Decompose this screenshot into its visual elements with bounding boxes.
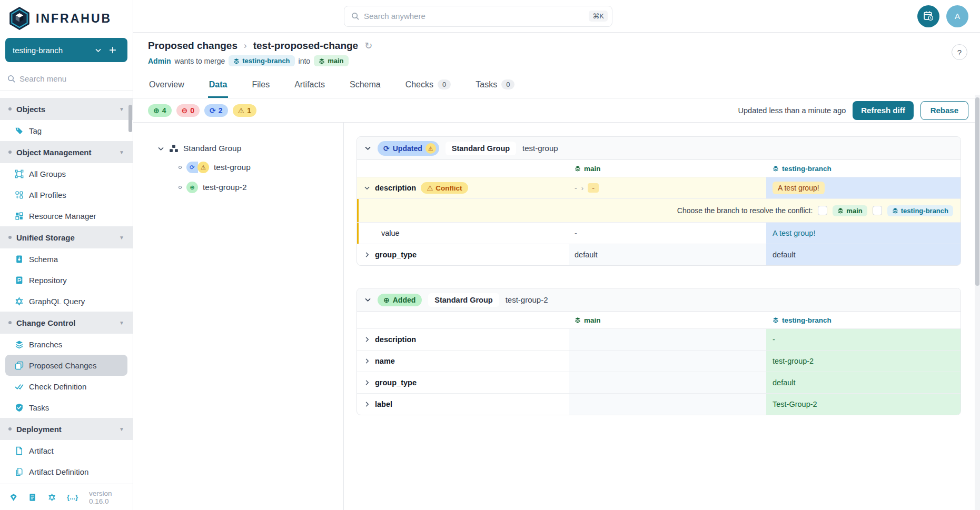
tree-node-standard-group[interactable]: Standard Group — [157, 144, 343, 153]
column-testing-branch: testing-branch — [773, 165, 831, 173]
column-main: main — [575, 165, 601, 173]
sidebar-search[interactable] — [0, 67, 133, 91]
node-dot-icon — [179, 166, 182, 169]
sidebar-section-unified-storage[interactable]: Unified Storage ▼ — [0, 226, 133, 248]
sidebar-item-tag[interactable]: Tag — [5, 120, 127, 141]
caret-down-icon: ▼ — [119, 320, 124, 326]
sidebar-section-object-management[interactable]: Object Management ▼ — [0, 141, 133, 163]
sidebar-item-label: Tasks — [29, 403, 49, 412]
branch-selector[interactable]: testing-branch — [5, 38, 127, 62]
conflict-resolution-text: Choose the branch to resolve the conflic… — [677, 206, 813, 215]
chevron-right-icon[interactable] — [364, 401, 370, 407]
conflict-count-badge: ⚠1 — [233, 104, 256, 117]
sidebar-item-tasks[interactable]: Tasks — [5, 397, 127, 418]
sidebar-section-deployment[interactable]: Deployment ▼ — [0, 418, 133, 440]
sidebar-item-repository[interactable]: Repository — [5, 269, 127, 291]
chevron-right-icon[interactable] — [364, 379, 370, 386]
chevron-down-icon[interactable] — [364, 185, 370, 191]
chevron-down-icon[interactable] — [157, 145, 164, 152]
refresh-diff-button[interactable]: Refresh diff — [853, 101, 913, 120]
files-icon — [15, 467, 24, 476]
sidebar-scrollbar[interactable] — [128, 105, 132, 132]
sidebar-item-all-groups[interactable]: All Groups — [5, 163, 127, 184]
column-main: main — [575, 316, 601, 324]
section-label: Deployment — [16, 425, 114, 434]
brand-logo[interactable]: INFRAHUB — [0, 0, 133, 32]
chevron-right-icon[interactable] — [364, 358, 370, 364]
section-label: Change Control — [16, 318, 114, 327]
chevron-down-icon[interactable] — [364, 145, 371, 152]
breadcrumb-parent-link[interactable]: Proposed changes — [148, 40, 237, 52]
change-arrow-icon: › — [581, 184, 583, 192]
keyboard-shortcut-badge: ⌘K — [589, 11, 608, 22]
added-count-badge: ⊕4 — [148, 104, 172, 117]
tasks-count-badge: 0 — [501, 79, 514, 89]
file-icon — [15, 446, 24, 455]
sidebar-item-schema[interactable]: Schema — [5, 248, 127, 269]
tab-schema[interactable]: Schema — [349, 73, 382, 98]
sidebar-item-label: Resource Manager — [29, 212, 96, 221]
resolve-testing-branch-checkbox[interactable] — [873, 206, 882, 215]
content: Standard Group ⟳ ⚠ test-group ⊕ test-gro… — [133, 123, 980, 510]
tree-node-test-group[interactable]: ⟳ ⚠ test-group — [179, 162, 343, 173]
sidebar-item-check-definition[interactable]: Check Definition — [5, 376, 127, 397]
tab-files[interactable]: Files — [251, 73, 271, 98]
sidebar-item-artifact-definition[interactable]: Artifact Definition — [5, 461, 127, 482]
sidebar-section-objects[interactable]: Objects ▼ — [0, 98, 133, 120]
api-braces-icon[interactable]: {...} — [67, 493, 78, 501]
help-button[interactable]: ? — [952, 44, 967, 60]
attribute-name: description — [375, 335, 416, 344]
caret-down-icon: ▼ — [119, 235, 124, 241]
sidebar-item-label: Branches — [29, 340, 62, 349]
topbar: ⌘K A — [133, 0, 980, 33]
status-badge-added: ⊕ Added — [378, 294, 422, 306]
add-branch-icon[interactable] — [105, 46, 120, 54]
sidebar-item-branches[interactable]: Branches — [5, 334, 127, 355]
sidebar-item-proposed-changes[interactable]: Proposed Changes — [5, 355, 127, 376]
main-branch-badge: main — [833, 205, 867, 216]
docs-icon[interactable] — [28, 492, 36, 503]
sidebar-item-label: Artifact — [29, 446, 54, 455]
tab-overview[interactable]: Overview — [148, 73, 185, 98]
sidebar-item-label: All Profiles — [29, 191, 66, 199]
rebase-button[interactable]: Rebase — [920, 101, 968, 120]
sidebar-search-input[interactable] — [19, 74, 109, 83]
tab-artifacts[interactable]: Artifacts — [293, 73, 326, 98]
attribute-row-group-type: group_type default — [357, 372, 961, 393]
resolve-main-checkbox[interactable] — [818, 206, 827, 215]
merge-action-text: wants to merge — [175, 57, 225, 65]
branch-layers-icon — [837, 207, 844, 214]
sidebar-item-resource-manager[interactable]: Resource Manager — [5, 205, 127, 226]
conflict-badge: ⚠ Conflict — [421, 182, 468, 194]
profiles-icon — [15, 191, 24, 199]
global-search-input[interactable] — [364, 12, 584, 21]
chevron-right-icon[interactable] — [364, 252, 370, 258]
chevron-down-icon[interactable] — [364, 296, 371, 303]
updated-count-badge: ⟳2 — [204, 104, 228, 117]
global-search[interactable]: ⌘K — [344, 6, 612, 27]
tab-data[interactable]: Data — [208, 73, 229, 98]
sidebar-item-artifact[interactable]: Artifact — [5, 440, 127, 461]
refresh-icon[interactable]: ↻ — [364, 41, 372, 51]
bullet-icon — [8, 321, 12, 324]
bullet-icon — [8, 236, 12, 239]
chevron-down-icon[interactable] — [91, 47, 105, 54]
sidebar-item-graphql-query[interactable]: GraphQL Query — [5, 291, 127, 312]
sidebar-section-change-control[interactable]: Change Control ▼ — [0, 312, 133, 334]
tree-node-test-group-2[interactable]: ⊕ test-group-2 — [179, 182, 343, 193]
tab-tasks[interactable]: Tasks0 — [474, 73, 516, 98]
community-icon[interactable] — [9, 492, 17, 503]
breadcrumb: Proposed changes › test-proposed-change … — [148, 40, 965, 52]
graphql-sandbox-icon[interactable] — [48, 492, 56, 503]
sidebar-item-all-profiles[interactable]: All Profiles — [5, 184, 127, 205]
section-label: Object Management — [16, 148, 114, 157]
avatar[interactable]: A — [946, 5, 968, 27]
old-value: - — [575, 184, 577, 192]
branch-value: A test group! — [773, 229, 815, 237]
conflict-chip-icon: ⚠ — [197, 162, 209, 173]
page-scrollbar[interactable] — [975, 97, 979, 286]
schedule-button[interactable] — [917, 5, 939, 27]
branch-layers-icon — [773, 317, 779, 323]
tab-checks[interactable]: Checks0 — [404, 73, 452, 98]
chevron-right-icon[interactable] — [364, 336, 370, 343]
